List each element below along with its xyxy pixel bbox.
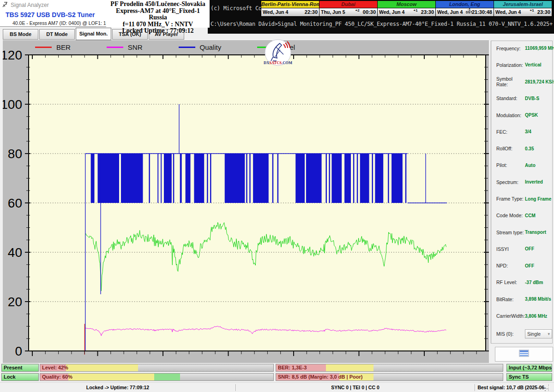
param-label: Pilot: xyxy=(496,162,525,168)
snr-bar-label: SNR: 8,5 dB (Margin: 3,0 dB | Poor) xyxy=(278,374,362,380)
param-label: CarrierWidth: xyxy=(496,313,525,319)
param-row-rf-level: RF Level:-37 dBm xyxy=(491,279,552,286)
clock-body: Wed, Jun 4-1DST21:30:48 xyxy=(436,8,494,16)
svg-text:40: 40 xyxy=(8,245,22,260)
svg-text:100: 100 xyxy=(3,97,22,112)
param-row-stream-type: Stream type:Transport xyxy=(491,229,552,236)
svg-text:0: 0 xyxy=(15,344,22,358)
param-row-issyi: ISSYIOFF xyxy=(491,245,552,252)
tuner-name: TBS 5927 USB DVB-S2 Tuner xyxy=(6,11,95,18)
legend-swatch-quality xyxy=(179,47,195,48)
world-clocks: Berlin-Paris-Vienna-RomaWed, Jun 422:30D… xyxy=(261,0,552,17)
param-value: CCM xyxy=(525,213,536,218)
clock-offset: +1 xyxy=(414,8,418,12)
param-label: RollOff: xyxy=(496,146,525,151)
param-label: Frequency: xyxy=(496,46,525,51)
clock-body: Wed, Jun 4+123:30 xyxy=(378,8,435,16)
tab-bs-mode[interactable]: BS Mode xyxy=(3,29,38,40)
svg-text:20: 20 xyxy=(8,295,22,309)
clock-body: Thu, Jun 5+200:30 xyxy=(319,8,377,16)
param-label: BitRate: xyxy=(496,297,525,302)
bar-fill-segment xyxy=(68,374,155,380)
param-label: Modulation: xyxy=(496,113,525,118)
clock-city: Dubai xyxy=(319,1,377,8)
param-label: RF Level: xyxy=(496,279,525,285)
header-note-line1: PF Prodelin 450/Lučenec-Slovakia xyxy=(106,1,210,8)
bar-fill-segment xyxy=(154,374,180,380)
sync-ts-indicator: Sync TS xyxy=(506,373,552,381)
bar-fill-segment xyxy=(326,364,373,371)
clock-offset: +1 xyxy=(530,8,534,12)
clock-dubai: DubaiThu, Jun 5+200:30 xyxy=(319,1,378,17)
clock-date: Wed, Jun 4 xyxy=(495,9,521,15)
dxsatcs-logo: DXSATCS.COM xyxy=(259,39,296,68)
chart-legend: BERSNRQualityLevel xyxy=(3,41,489,53)
level-bar-label: Level: 42% xyxy=(42,365,68,370)
param-value: 11069,959 MHz xyxy=(525,46,554,51)
chevron-down-icon: ▾ xyxy=(548,332,550,336)
param-value: Inverted xyxy=(525,179,543,184)
clock-city: London, Eng xyxy=(436,1,494,8)
param-value: Vertical xyxy=(525,62,542,67)
snr-bar: SNR: 8,5 dB (Margin: 3,0 dB | Poor) xyxy=(276,373,503,381)
bar-fill-segment xyxy=(66,364,138,371)
mis-select[interactable]: Single▾ xyxy=(525,329,552,339)
lock-indicator-label: Lock xyxy=(4,374,16,380)
logo-text-dx: DX xyxy=(264,60,270,65)
param-value: OFF xyxy=(525,263,534,268)
statusbar-uptime: Locked -> Uptime: 77:09:12 xyxy=(0,383,235,392)
param-value: OFF xyxy=(525,246,534,251)
param-value: Auto xyxy=(525,163,536,168)
param-row-frequency: Frequency:11069,959 MHz xyxy=(491,45,552,52)
param-label: Frame Type: xyxy=(496,196,525,202)
clock-moscow: MoscowWed, Jun 4+123:30 xyxy=(378,1,436,17)
resize-grip[interactable] xyxy=(548,386,553,391)
param-value: 0.35 xyxy=(525,146,534,151)
signal-parameters-panel: Frequency:11069,959 MHzPolarization:Vert… xyxy=(491,41,553,344)
input-indicator-label: Input (~3,72 Mbps) xyxy=(509,365,552,370)
legend-item-snr: SNR xyxy=(107,43,143,51)
header-note-line4: Locked Uptime : 77:09:12 xyxy=(106,28,210,35)
param-label: Stream type: xyxy=(496,230,525,235)
param-row-symbol-rate: Symbol Rate:2819,724 KS/s xyxy=(491,78,552,85)
statusbar-sync-counters: SYNC 0 | TEI 0 | CC 0 xyxy=(236,383,475,392)
clock-city: Moscow xyxy=(378,1,435,8)
clock-time: 23:30 xyxy=(537,9,550,15)
quality-bar: Quality: 60% xyxy=(40,373,274,381)
app-icon xyxy=(2,1,8,9)
console-prompt: C:\Users\Roman Dávid>Signal Monitoring_P… xyxy=(211,21,553,27)
clock-city: Berlin-Paris-Vienna-Roma xyxy=(261,1,319,8)
clock-date: Wed, Jun 4 xyxy=(437,9,463,15)
param-label: NPD: xyxy=(496,263,525,268)
quality-bar-label: Quality: 60% xyxy=(42,374,72,380)
mis-row: MIS (0):Single▾ xyxy=(491,329,552,339)
param-value: 3,898 Mbit/s xyxy=(525,297,551,302)
clock-body: Wed, Jun 4+123:30 xyxy=(494,8,552,16)
param-row-carrierwidth: CarrierWidth:3,806 MHz xyxy=(491,313,552,320)
clock-time: 22:30 xyxy=(305,9,318,15)
param-value: 3/4 xyxy=(525,129,531,134)
param-row-polarization: Polarization:Vertical xyxy=(491,61,552,68)
legend-swatch-ber xyxy=(35,47,52,48)
param-label: ISSYI xyxy=(496,246,525,252)
svg-text:80: 80 xyxy=(8,147,22,161)
present-indicator: Present xyxy=(1,364,39,372)
param-value: 3,806 MHz xyxy=(525,314,547,319)
param-label: Spectrum: xyxy=(496,179,525,185)
tab-dt-mode[interactable]: DT Mode xyxy=(39,29,75,40)
legend-label: SNR xyxy=(128,43,143,51)
legend-label: BER xyxy=(56,43,71,51)
param-label: Code Mode: xyxy=(496,213,525,218)
header-note-line2: Express-AM7 at 40°E_Fixed-1 Russia xyxy=(106,8,210,21)
mis-selected-value: Single xyxy=(527,331,541,337)
legend-item-quality: Quality xyxy=(179,43,222,51)
clock-dst-offset: -1DST xyxy=(466,8,472,14)
param-row-pilot: Pilot:Auto xyxy=(491,162,552,169)
param-row-bitrate: BitRate:3,898 Mbit/s xyxy=(491,296,552,303)
stream-info-button[interactable] xyxy=(495,347,553,362)
param-value: Long Frame xyxy=(525,196,551,202)
param-label: Symbol Rate: xyxy=(496,76,525,87)
chart-module: 020406080100120 BERSNRQualityLevel DXSAT… xyxy=(3,41,489,363)
clock-jerusalem-israel: Jerusalem-IsraelWed, Jun 4+123:30 xyxy=(494,1,552,17)
level-bar: Level: 42% xyxy=(40,364,274,372)
